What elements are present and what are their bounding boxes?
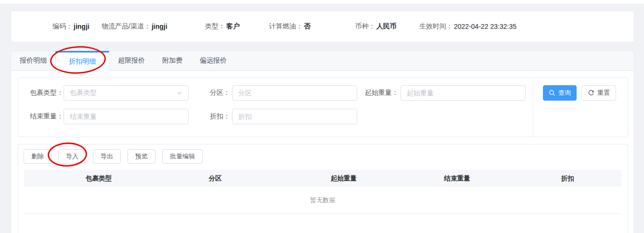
- tab-bar: 报价明细 折扣明细 超限报价 附加费 偏远报价: [11, 51, 634, 71]
- quote-detail-page: 编码： jingji 物流产品/渠道： jingji 类型： 客户 计算燃油： …: [0, 0, 644, 233]
- search-button[interactable]: 查询: [543, 85, 577, 101]
- summary-field-code: 编码： jingji: [52, 22, 102, 31]
- field-value: jingji: [74, 23, 90, 30]
- tab-remote-quote[interactable]: 偏远报价: [191, 51, 235, 70]
- export-button[interactable]: 导出: [93, 149, 121, 164]
- import-button[interactable]: 导入: [58, 149, 86, 164]
- column-header-end-weight: 结束重量: [400, 174, 514, 183]
- start-weight-label: 起始重量：: [357, 89, 400, 97]
- column-header-start-weight: 起始重量: [287, 174, 400, 183]
- delete-button[interactable]: 删除: [24, 149, 52, 164]
- empty-state-text: 暂无数据: [24, 187, 621, 214]
- end-weight-label: 结束重量：: [30, 112, 64, 121]
- search-icon: [549, 90, 555, 96]
- table-toolbar: 删除 导入 导出 预览 批量编辑: [24, 149, 622, 164]
- discount-label: 折扣：: [189, 112, 232, 121]
- summary-field-fuel: 计算燃油： 否: [269, 22, 355, 31]
- preview-button[interactable]: 预览: [128, 149, 155, 164]
- field-label: 类型：: [205, 22, 225, 31]
- column-header-package-type: 包裹类型: [54, 174, 143, 183]
- zone-input[interactable]: [232, 85, 357, 101]
- field-value: 客户: [226, 22, 240, 31]
- field-value: jingji: [152, 23, 167, 30]
- field-value: 否: [304, 22, 310, 31]
- batch-edit-button[interactable]: 批量编辑: [162, 149, 203, 164]
- filter-actions: 查询 重置: [533, 78, 628, 137]
- column-header-discount: 折扣: [514, 174, 621, 183]
- discount-input[interactable]: [232, 109, 357, 124]
- summary-field-effective-time: 生效时间： 2022-04-22 23:32:35: [419, 22, 516, 31]
- column-header-zone: 分区: [143, 174, 287, 183]
- field-label: 生效时间：: [419, 22, 453, 31]
- filter-panel: 包裹类型： 包裹类型 分区： 起始重量： 结束重量： 折扣： 查询: [18, 78, 628, 137]
- refresh-icon: [588, 90, 594, 96]
- summary-field-currency: 币种： 人民币: [355, 22, 419, 31]
- discount-table: 包裹类型 分区 起始重量 结束重量 折扣 暂无数据: [24, 170, 621, 214]
- tab-overlimit-quote[interactable]: 超限报价: [109, 51, 154, 70]
- table-header-row: 包裹类型 分区 起始重量 结束重量 折扣: [24, 170, 621, 187]
- reset-button[interactable]: 重置: [581, 85, 616, 101]
- field-label: 物流产品/渠道：: [102, 22, 151, 31]
- package-type-placeholder: 包裹类型: [70, 89, 97, 97]
- chevron-down-icon: [177, 90, 182, 96]
- zone-label: 分区：: [189, 89, 232, 97]
- tab-discount-detail[interactable]: 折扣明细: [55, 51, 109, 71]
- field-value: 人民币: [376, 22, 397, 31]
- field-label: 计算燃油：: [269, 22, 303, 31]
- tab-surcharge[interactable]: 附加费: [154, 51, 191, 70]
- package-type-select[interactable]: 包裹类型: [64, 85, 189, 101]
- start-weight-input[interactable]: [400, 85, 526, 101]
- field-label: 币种：: [355, 22, 375, 31]
- search-button-label: 查询: [558, 89, 571, 97]
- summary-field-channel: 物流产品/渠道： jingji: [102, 22, 205, 31]
- quote-summary-card: 编码： jingji 物流产品/渠道： jingji 类型： 客户 计算燃油： …: [11, 11, 634, 42]
- tab-quote-detail[interactable]: 报价明细: [11, 51, 55, 70]
- main-card: 报价明细 折扣明细 超限报价 附加费 偏远报价 包裹类型： 包裹类型 分区： 起…: [11, 51, 634, 233]
- top-strip: [0, 0, 644, 4]
- summary-field-type: 类型： 客户: [205, 22, 269, 31]
- field-label: 编码：: [52, 22, 73, 31]
- end-weight-input[interactable]: [64, 109, 189, 124]
- reset-button-label: 重置: [597, 89, 610, 97]
- field-value: 2022-04-22 23:32:35: [454, 23, 516, 30]
- table-panel: 删除 导入 导出 预览 批量编辑 包裹类型 分区 起始重量 结束重量 折扣 暂无…: [18, 144, 628, 233]
- package-type-label: 包裹类型：: [30, 89, 64, 97]
